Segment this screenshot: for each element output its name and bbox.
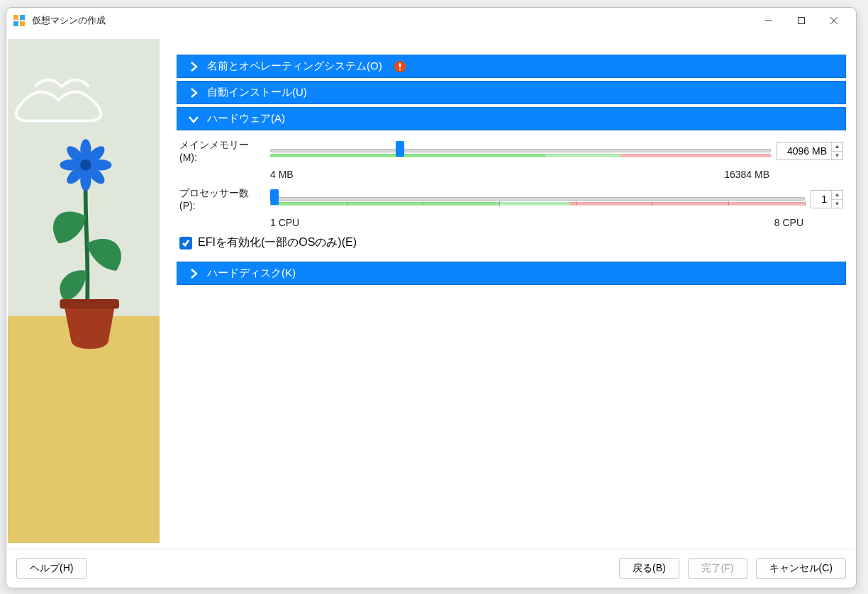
- section-harddisk[interactable]: ハードディスク(K): [177, 262, 846, 285]
- section-name-and-os[interactable]: 名前とオペレーティングシステム(O): [177, 55, 846, 78]
- section-label: ハードウェア(A): [207, 112, 285, 125]
- cpu-row: プロセッサー数(P):: [179, 187, 843, 211]
- cpu-spinbox[interactable]: ▲▼: [811, 190, 843, 208]
- maximize-button[interactable]: [785, 9, 818, 32]
- chevron-right-icon: [187, 60, 200, 73]
- efi-label: EFIを有効化(一部のOSのみ)(E): [198, 235, 357, 250]
- cancel-button[interactable]: キャンセル(C): [756, 558, 846, 579]
- svg-rect-18: [60, 299, 119, 308]
- efi-checkbox[interactable]: [179, 237, 192, 250]
- memory-max-label: 16384 MB: [724, 169, 769, 180]
- hardware-panel: メインメモリー(M):: [177, 133, 846, 259]
- chevron-right-icon: [187, 86, 200, 99]
- efi-checkbox-row[interactable]: EFIを有効化(一部のOSのみ)(E): [179, 235, 843, 250]
- chevron-down-icon: [187, 113, 200, 125]
- cpu-max-label: 8 CPU: [774, 217, 803, 228]
- section-hardware[interactable]: ハードウェア(A): [177, 107, 846, 130]
- memory-spinbox[interactable]: ▲▼: [777, 142, 843, 160]
- svg-rect-20: [399, 63, 401, 67]
- cpu-value-input[interactable]: [811, 194, 831, 205]
- memory-slider-thumb[interactable]: [396, 141, 404, 157]
- window-title: 仮想マシンの作成: [32, 14, 752, 27]
- spin-arrows[interactable]: ▲▼: [831, 191, 842, 208]
- virtualbox-icon: [12, 13, 26, 28]
- section-label: 自動インストール(U): [207, 86, 307, 99]
- minimize-button[interactable]: [752, 9, 785, 32]
- content-area: 名前とオペレーティングシステム(O) 自動インストール(U) ハードウェア(A): [177, 33, 856, 549]
- titlebar: 仮想マシンの作成: [6, 8, 856, 33]
- memory-row: メインメモリー(M):: [179, 139, 843, 163]
- memory-value-input[interactable]: [777, 145, 831, 157]
- spin-arrows[interactable]: ▲▼: [831, 142, 842, 159]
- close-button[interactable]: [818, 9, 850, 32]
- chevron-right-icon: [187, 267, 200, 280]
- dialog-footer: ヘルプ(H) 戻る(B) 完了(F) キャンセル(C): [6, 549, 856, 588]
- memory-slider[interactable]: [270, 143, 771, 159]
- svg-rect-1: [20, 15, 25, 20]
- dialog-body: 名前とオペレーティングシステム(O) 自動インストール(U) ハードウェア(A): [6, 33, 856, 549]
- sidebar-illustration: [8, 39, 160, 543]
- svg-rect-0: [13, 15, 18, 20]
- svg-rect-21: [399, 69, 401, 70]
- section-unattended-install[interactable]: 自動インストール(U): [177, 81, 846, 104]
- section-label: ハードディスク(K): [207, 267, 296, 280]
- svg-rect-2: [13, 21, 18, 26]
- create-vm-dialog: 仮想マシンの作成: [6, 7, 857, 588]
- finish-button[interactable]: 完了(F): [688, 558, 747, 579]
- cpu-min-label: 1 CPU: [270, 217, 299, 228]
- memory-label: メインメモリー(M):: [179, 139, 265, 163]
- svg-point-17: [80, 159, 91, 170]
- warning-icon: [394, 60, 406, 73]
- help-button[interactable]: ヘルプ(H): [16, 558, 87, 579]
- cpu-slider[interactable]: [270, 191, 805, 207]
- memory-min-label: 4 MB: [270, 169, 294, 180]
- svg-rect-3: [20, 21, 25, 26]
- back-button[interactable]: 戻る(B): [619, 558, 679, 579]
- cpu-label: プロセッサー数(P):: [179, 187, 265, 211]
- section-label: 名前とオペレーティングシステム(O): [207, 60, 382, 73]
- svg-rect-5: [799, 18, 805, 24]
